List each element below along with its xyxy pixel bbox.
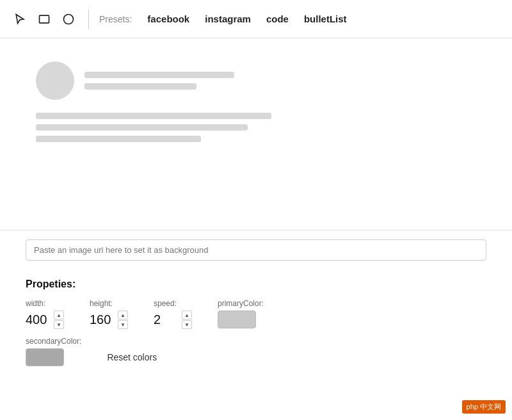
primary-color-label: primaryColor: xyxy=(218,299,264,308)
properties-section: Propeties: width: 400 ▲ ▼ height: 160 ▲ … xyxy=(0,270,512,383)
width-spinner: ▲ ▼ xyxy=(54,311,64,329)
circle-tool[interactable] xyxy=(59,10,78,29)
presets-label: Presets: xyxy=(99,14,132,24)
preset-code[interactable]: code xyxy=(261,11,294,27)
speed-decrement[interactable]: ▼ xyxy=(182,320,192,329)
skeleton-line xyxy=(36,124,248,131)
svg-point-1 xyxy=(64,14,74,24)
height-value: 160 xyxy=(90,312,115,327)
width-label: width: xyxy=(26,299,64,308)
reset-group: Reset colors xyxy=(107,337,157,362)
skeleton-header-lines xyxy=(84,72,271,90)
skeleton-line xyxy=(84,83,196,90)
rectangle-tool[interactable] xyxy=(35,10,54,29)
speed-input-wrap: 2 ▲ ▼ xyxy=(154,311,192,329)
props-row-1: width: 400 ▲ ▼ height: 160 ▲ ▼ speed xyxy=(26,299,486,329)
speed-spinner: ▲ ▼ xyxy=(182,311,192,329)
url-section xyxy=(0,230,512,270)
secondary-color-swatch[interactable] xyxy=(26,348,64,366)
skeleton-header xyxy=(36,61,271,100)
width-increment[interactable]: ▲ xyxy=(54,311,64,319)
primary-color-swatch[interactable] xyxy=(218,311,256,328)
secondary-color-label: secondaryColor: xyxy=(26,337,81,346)
skeleton-line xyxy=(36,113,271,119)
skeleton-avatar xyxy=(36,61,74,100)
skeleton-line xyxy=(84,72,234,78)
preset-bulletlist[interactable]: bulletList xyxy=(299,11,352,27)
cursor-tool[interactable] xyxy=(10,10,29,29)
toolbar-divider xyxy=(88,10,89,29)
width-decrement[interactable]: ▼ xyxy=(54,320,64,329)
secondary-color-group: secondaryColor: xyxy=(26,337,81,366)
reset-colors-button[interactable]: Reset colors xyxy=(107,352,157,362)
primary-color-group: primaryColor: xyxy=(218,299,264,328)
height-spinner: ▲ ▼ xyxy=(118,311,128,329)
height-input-wrap: 160 ▲ ▼ xyxy=(90,311,128,329)
preset-facebook[interactable]: facebook xyxy=(142,11,195,27)
width-input-wrap: 400 ▲ ▼ xyxy=(26,311,64,329)
height-group: height: 160 ▲ ▼ xyxy=(90,299,128,329)
width-group: width: 400 ▲ ▼ xyxy=(26,299,64,329)
speed-label: speed: xyxy=(154,299,192,308)
skeleton-line xyxy=(36,136,201,142)
height-decrement[interactable]: ▼ xyxy=(118,320,128,329)
background-url-input[interactable] xyxy=(26,239,486,261)
speed-group: speed: 2 ▲ ▼ xyxy=(154,299,192,329)
skeleton-body xyxy=(36,113,271,142)
width-value: 400 xyxy=(26,312,51,327)
speed-increment[interactable]: ▲ xyxy=(182,311,192,319)
properties-title: Propeties: xyxy=(26,279,486,290)
skeleton-card xyxy=(26,51,282,152)
tool-group xyxy=(10,10,78,29)
watermark: php 中文网 xyxy=(462,400,506,414)
speed-value: 2 xyxy=(154,312,179,327)
height-increment[interactable]: ▲ xyxy=(118,311,128,319)
preset-instagram[interactable]: instagram xyxy=(200,11,256,27)
svg-rect-0 xyxy=(40,15,49,23)
toolbar: Presets: facebook instagram code bulletL… xyxy=(0,0,512,38)
props-row-2: secondaryColor: Reset colors xyxy=(26,337,486,366)
height-label: height: xyxy=(90,299,128,308)
preview-area xyxy=(0,38,512,230)
